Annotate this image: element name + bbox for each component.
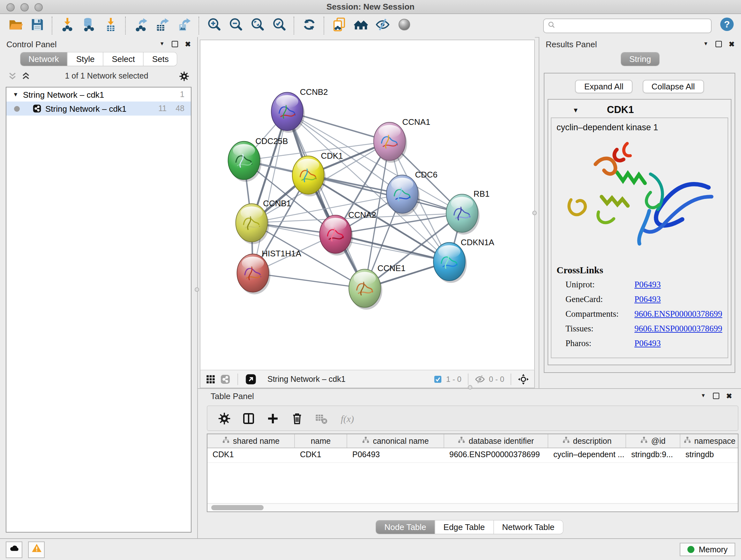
selected-items-checkbox-icon[interactable]: [433, 374, 442, 383]
table-cell[interactable]: CDK1: [207, 448, 295, 462]
table-cell[interactable]: 9606.ENSP00000378699: [444, 448, 548, 462]
tab-sets[interactable]: Sets: [143, 52, 177, 66]
column-header-description[interactable]: description: [548, 434, 626, 448]
network-edge[interactable]: [253, 111, 287, 273]
network-edge[interactable]: [287, 111, 365, 288]
cloud-status-button[interactable]: [6, 541, 22, 558]
memory-button[interactable]: Memory: [680, 543, 735, 556]
tab-select[interactable]: Select: [103, 52, 143, 66]
gene-entry-header[interactable]: ▼ CDK1: [551, 102, 728, 118]
export-table-button[interactable]: [153, 16, 172, 35]
control-panel-float-icon[interactable]: [172, 41, 178, 47]
table-cell[interactable]: cyclin–dependent ...: [548, 448, 626, 462]
import-network-file-button[interactable]: [58, 16, 77, 35]
network-collection-row[interactable]: ▼ String Network – cdk1 1: [6, 87, 191, 102]
table-panel-float-icon[interactable]: [713, 393, 719, 399]
column-header--id[interactable]: @id: [626, 434, 680, 448]
column-header-namespace[interactable]: namespace: [680, 434, 738, 448]
table-cell[interactable]: stringdb:9...: [626, 448, 680, 462]
node-label-HIST1H1A: HIST1H1A: [262, 249, 301, 258]
table-row[interactable]: CDK1CDK1P064939606.ENSP00000378699cyclin…: [207, 448, 738, 463]
collection-disclosure-icon[interactable]: ▼: [13, 91, 19, 98]
column-header-canonical-name[interactable]: canonical name: [347, 434, 444, 448]
column-header-name[interactable]: name: [295, 434, 347, 448]
string-network-icon[interactable]: [220, 374, 230, 384]
results-panel-float-icon[interactable]: [716, 41, 722, 47]
node-table: shared namenamecanonical namedatabase id…: [207, 434, 738, 512]
hidden-items-eye-icon[interactable]: [475, 374, 485, 384]
table-settings-button[interactable]: [218, 412, 231, 425]
results-panel-menu-icon[interactable]: ▼: [703, 42, 709, 47]
import-table-button[interactable]: [102, 16, 120, 35]
results-panel-close-icon[interactable]: ✖: [729, 41, 735, 48]
column-header-database-identifier[interactable]: database identifier: [444, 434, 548, 448]
network-options-gear-icon[interactable]: [179, 71, 190, 81]
open-session-button[interactable]: [6, 16, 25, 35]
node-label-CDK1: CDK1: [321, 151, 343, 160]
function-builder-button[interactable]: f(x): [339, 412, 359, 425]
zoom-out-button[interactable]: [226, 16, 245, 35]
tab-style[interactable]: Style: [67, 52, 103, 66]
graphics-detail-button[interactable]: [395, 16, 414, 35]
table-panel-close-icon[interactable]: ✖: [726, 392, 732, 399]
tab-edge-table[interactable]: Edge Table: [434, 520, 493, 534]
hierarchy-icon: [362, 436, 369, 446]
export-network-button[interactable]: [131, 16, 150, 35]
table-cell[interactable]: stringdb: [680, 448, 738, 462]
column-header-shared-name[interactable]: shared name: [207, 434, 295, 448]
bottom-splitter-grip[interactable]: [468, 385, 472, 389]
help-button[interactable]: ?: [719, 18, 735, 33]
refresh-layout-button[interactable]: [300, 16, 319, 35]
scrollbar-thumb[interactable]: [211, 505, 264, 510]
table-panel-menu-icon[interactable]: ▼: [701, 393, 706, 398]
collapse-all-networks-icon[interactable]: [8, 71, 17, 81]
network-canvas[interactable]: CCNB2CCNA1CDC25BCDK1CDC6RB1CCNB1CCNA2CDK…: [200, 40, 535, 370]
crosslink-row: Uniprot:P06493: [565, 280, 723, 290]
crosslink-link[interactable]: P06493: [634, 338, 661, 349]
delete-table-button[interactable]: [315, 412, 328, 425]
folder-icon: [8, 17, 23, 34]
gene-disclosure-icon[interactable]: ▼: [572, 106, 579, 113]
open-in-browser-icon[interactable]: [245, 373, 257, 385]
right-splitter-grip[interactable]: [532, 211, 537, 215]
left-splitter-grip[interactable]: [195, 287, 199, 292]
show-columns-button[interactable]: [242, 412, 255, 425]
crosslink-link[interactable]: 9606.ENSP00000378699: [634, 324, 722, 334]
zoom-fit-button[interactable]: [248, 16, 267, 35]
delete-column-button[interactable]: [290, 412, 304, 425]
table-cell[interactable]: P06493: [347, 448, 444, 462]
search-field[interactable]: [543, 18, 712, 33]
clone-network-button[interactable]: [330, 16, 348, 35]
expand-all-networks-icon[interactable]: [21, 71, 30, 81]
tab-network-table[interactable]: Network Table: [493, 520, 562, 534]
table-horizontal-scrollbar[interactable]: [207, 503, 738, 511]
tab-node-table[interactable]: Node Table: [376, 520, 434, 534]
expand-all-button[interactable]: Expand All: [576, 80, 632, 93]
center-view-icon[interactable]: [518, 373, 529, 385]
save-session-button[interactable]: [28, 16, 47, 35]
export-image-button[interactable]: [175, 16, 193, 35]
zoom-selected-button[interactable]: [270, 16, 288, 35]
import-network-database-button[interactable]: [80, 16, 98, 35]
first-neighbors-button[interactable]: [352, 16, 370, 35]
crosslink-link[interactable]: 9606.ENSP00000378699: [634, 309, 722, 319]
control-panel-menu-icon[interactable]: ▼: [159, 42, 165, 47]
selected-count: 1 - 0: [446, 374, 461, 383]
add-column-button[interactable]: [266, 412, 280, 425]
hierarchy-icon: [222, 436, 230, 446]
hide-graphics-button[interactable]: [374, 16, 392, 35]
control-panel-close-icon[interactable]: ✖: [185, 41, 191, 48]
crosslink-link[interactable]: P06493: [634, 294, 661, 305]
network-row-selected[interactable]: String Network – cdk1 11 48: [6, 102, 191, 116]
collapse-all-button[interactable]: Collapse All: [643, 80, 704, 93]
tab-string[interactable]: String: [621, 52, 659, 66]
zoom-in-button[interactable]: [205, 16, 223, 35]
birdseye-grid-icon[interactable]: [205, 374, 216, 384]
tab-network[interactable]: Network: [20, 52, 67, 66]
crosslink-link[interactable]: P06493: [634, 280, 661, 290]
search-input[interactable]: [558, 20, 707, 30]
gray-sphere-icon: [397, 17, 412, 34]
crosslink-row: Compartments:9606.ENSP00000378699: [565, 309, 723, 319]
table-cell[interactable]: CDK1: [295, 448, 347, 462]
warnings-button[interactable]: [28, 541, 45, 558]
